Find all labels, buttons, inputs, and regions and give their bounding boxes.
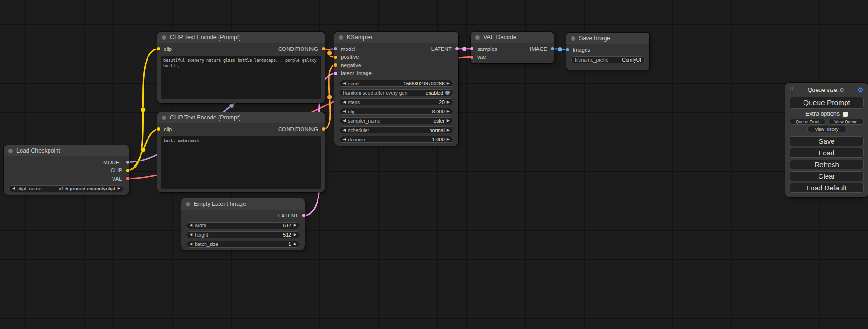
clear-button[interactable]: Clear xyxy=(790,171,864,181)
clip-output-label: CLIP xyxy=(110,168,122,173)
queue-front-button[interactable]: Queue Front xyxy=(790,119,826,125)
model-input-port[interactable] xyxy=(333,47,338,51)
collapse-dot-icon[interactable] xyxy=(8,149,13,153)
width-widget[interactable]: ◀ width 512 ▶ xyxy=(186,222,300,229)
prev-value-icon[interactable]: ◀ xyxy=(190,233,192,237)
denoise-widget[interactable]: ◀ denoise 1.000 ▶ xyxy=(339,136,453,143)
node-title-bar[interactable]: Load Checkpoint xyxy=(4,145,129,156)
next-value-icon[interactable]: ▶ xyxy=(447,128,450,132)
random-seed-toggle-widget[interactable]: Random seed after every gen enabled xyxy=(339,89,453,96)
clip-input-port[interactable] xyxy=(156,47,161,51)
scheduler-widget[interactable]: ◀ scheduler normal ▶ xyxy=(339,126,453,133)
next-value-icon[interactable]: ▶ xyxy=(447,138,450,141)
link-midpoint-dot xyxy=(558,47,563,52)
seed-widget[interactable]: ◀ seed 156680208700286 ▶ xyxy=(339,80,453,87)
prev-value-icon[interactable]: ◀ xyxy=(343,110,346,113)
settings-gear-icon[interactable]: ⚙ xyxy=(858,86,864,94)
node-clip-text-encode-positive[interactable]: CLIP Text Encode (Prompt) clip CONDITION… xyxy=(157,32,325,103)
prev-value-icon[interactable]: ◀ xyxy=(343,138,346,141)
prev-value-icon[interactable]: ◀ xyxy=(343,128,346,132)
queue-prompt-button[interactable]: Queue Prompt xyxy=(790,97,864,109)
prev-value-icon[interactable]: ◀ xyxy=(343,82,346,85)
model-input-label: model xyxy=(341,46,355,52)
next-value-icon[interactable]: ▶ xyxy=(447,82,450,85)
node-title: CLIP Text Encode (Prompt) xyxy=(170,114,241,121)
save-button[interactable]: Save xyxy=(790,136,864,146)
collapse-dot-icon[interactable] xyxy=(186,202,190,206)
node-title-bar[interactable]: Save Image xyxy=(566,33,649,44)
node-ksampler[interactable]: KSampler model LATENT positive negative … xyxy=(334,32,458,146)
prompt-textarea[interactable]: text, watermark xyxy=(161,136,321,189)
prev-value-icon[interactable]: ◀ xyxy=(343,100,346,104)
refresh-button[interactable]: Refresh xyxy=(790,160,864,169)
steps-widget[interactable]: ◀ steps 20 ▶ xyxy=(339,98,453,105)
widget-name: width xyxy=(195,223,206,228)
collapse-dot-icon[interactable] xyxy=(339,35,343,40)
slot-row: samples IMAGE xyxy=(471,45,554,53)
node-title: KSampler xyxy=(347,34,373,41)
latent-image-input-port[interactable] xyxy=(333,71,338,76)
node-title: CLIP Text Encode (Prompt) xyxy=(170,34,241,41)
images-input-port[interactable] xyxy=(565,48,570,52)
next-value-icon[interactable]: ▶ xyxy=(294,242,296,246)
node-clip-text-encode-negative[interactable]: CLIP Text Encode (Prompt) clip CONDITION… xyxy=(157,112,325,192)
load-button[interactable]: Load xyxy=(790,148,864,158)
prev-value-icon[interactable]: ◀ xyxy=(12,187,15,190)
filename-prefix-widget[interactable]: filename_prefix ComfyUI xyxy=(571,56,645,63)
collapse-dot-icon[interactable] xyxy=(571,36,575,41)
queue-buttons-row: Queue Front View Queue xyxy=(790,119,864,125)
clip-output-port[interactable] xyxy=(126,168,130,173)
view-queue-button[interactable]: View Queue xyxy=(828,119,864,125)
node-save-image[interactable]: Save Image images filename_prefix ComfyU… xyxy=(566,33,649,70)
next-value-icon[interactable]: ▶ xyxy=(447,110,450,113)
node-title-bar[interactable]: CLIP Text Encode (Prompt) xyxy=(157,112,325,123)
negative-input-port[interactable] xyxy=(333,63,338,67)
cfg-widget[interactable]: ◀ cfg 8.000 ▶ xyxy=(339,108,453,115)
slot-row: model LATENT xyxy=(334,45,458,53)
widget-name: Random seed after every gen xyxy=(343,90,407,96)
extra-options-checkbox[interactable] xyxy=(843,112,848,117)
ckpt-name-widget[interactable]: ◀ ckpt_name v1-5-pruned-emaonly.ckpt ▶ xyxy=(8,185,124,192)
load-default-button[interactable]: Load Default xyxy=(790,183,864,193)
slot-row: vae xyxy=(471,53,554,62)
widget-value: v1-5-pruned-emaonly.ckpt xyxy=(59,186,115,191)
comfy-menu-panel: ⠿ Queue size: 0 ⚙ Queue Prompt Extra opt… xyxy=(785,83,868,197)
widget-name: cfg xyxy=(348,109,354,114)
samples-input-port[interactable] xyxy=(470,47,474,51)
collapse-dot-icon[interactable] xyxy=(162,116,166,120)
node-empty-latent-image[interactable]: Empty Latent Image LATENT ◀ width 512 ▶ … xyxy=(181,198,305,250)
next-value-icon[interactable]: ▶ xyxy=(294,233,296,237)
node-title-bar[interactable]: KSampler xyxy=(334,32,458,43)
vae-input-port[interactable] xyxy=(470,55,474,59)
drag-handle-icon[interactable]: ⠿ xyxy=(790,87,794,93)
prev-value-icon[interactable]: ◀ xyxy=(190,242,192,246)
latent-output-label: LATENT xyxy=(278,213,298,218)
next-value-icon[interactable]: ▶ xyxy=(447,119,450,123)
node-load-checkpoint[interactable]: Load Checkpoint MODEL CLIP VAE ◀ ckpt_na… xyxy=(4,145,129,195)
node-vae-decode[interactable]: VAE Decode samples IMAGE vae xyxy=(471,32,554,63)
view-history-button[interactable]: View History xyxy=(807,126,847,132)
collapse-dot-icon[interactable] xyxy=(162,35,166,40)
positive-input-port[interactable] xyxy=(333,55,338,59)
negative-input-label: negative xyxy=(341,63,361,68)
clip-input-port[interactable] xyxy=(156,127,161,131)
node-title-bar[interactable]: CLIP Text Encode (Prompt) xyxy=(157,32,325,43)
height-widget[interactable]: ◀ height 512 ▶ xyxy=(186,231,300,238)
node-title-bar[interactable]: VAE Decode xyxy=(471,32,554,43)
latent-output-label: LATENT xyxy=(431,46,452,52)
toggle-indicator[interactable] xyxy=(445,91,450,95)
link-midpoint-dot xyxy=(141,107,146,112)
widget-value: euler xyxy=(433,118,444,124)
widget-value: 1.000 xyxy=(432,137,445,142)
batch-size-widget[interactable]: ◀ batch_size 1 ▶ xyxy=(186,241,300,248)
node-title-bar[interactable]: Empty Latent Image xyxy=(181,198,305,210)
next-value-icon[interactable]: ▶ xyxy=(447,100,450,104)
next-value-icon[interactable]: ▶ xyxy=(118,187,120,190)
prompt-textarea[interactable]: beautiful scenery nature glass bottle la… xyxy=(161,56,321,99)
sampler-name-widget[interactable]: ◀ sampler_name euler ▶ xyxy=(339,117,453,124)
collapse-dot-icon[interactable] xyxy=(475,35,480,40)
prev-value-icon[interactable]: ◀ xyxy=(343,119,346,123)
next-value-icon[interactable]: ▶ xyxy=(294,224,296,227)
prev-value-icon[interactable]: ◀ xyxy=(190,224,192,227)
vae-output-label: VAE xyxy=(112,176,122,182)
